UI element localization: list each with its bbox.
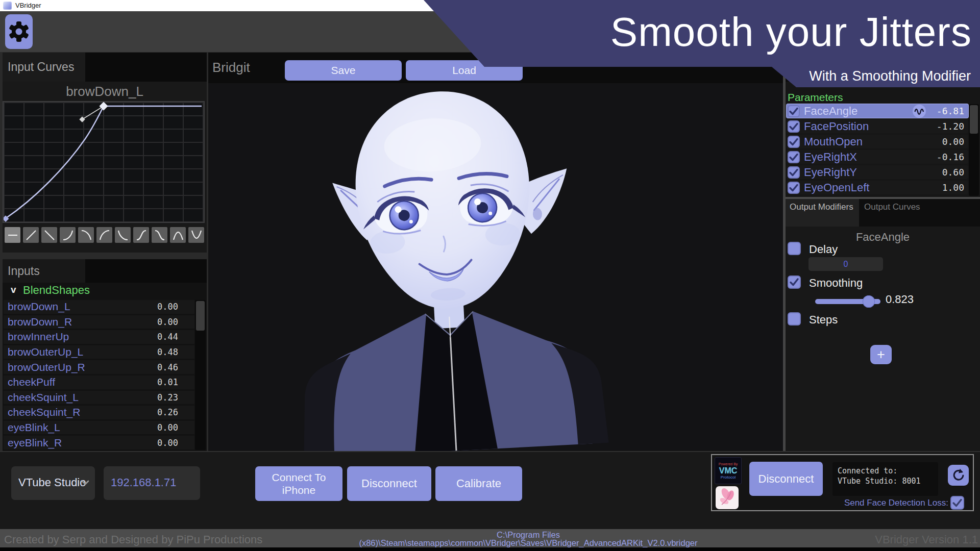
list-item[interactable]: cheekPuff0.01 — [4, 375, 194, 389]
curve-keypoint[interactable] — [100, 102, 108, 110]
send-face-detection-loss-checkbox[interactable] — [950, 496, 964, 510]
blendshape-value: 0.00 — [157, 317, 194, 327]
curve-title: browDown_L — [3, 82, 207, 102]
blendshapes-list: browDown_L0.00 browDown_R0.00 browInnerU… — [4, 300, 194, 451]
parameter-row-faceposition[interactable]: FacePosition -1.20 — [787, 119, 968, 133]
curve-type-ease-in-down-button[interactable] — [78, 227, 94, 243]
smoothing-slider-knob[interactable] — [863, 295, 875, 308]
smoothing-value: 0.823 — [886, 293, 914, 306]
list-item[interactable]: browOuterUp_R0.46 — [4, 360, 194, 374]
blendshape-name: browOuterUp_R — [4, 361, 157, 374]
curve-editor[interactable] — [4, 102, 204, 222]
collapse-arrow-icon[interactable]: v — [11, 284, 16, 295]
parameter-row-eyerighty[interactable]: EyeRightY 0.60 — [787, 165, 968, 179]
vtube-studio-icon[interactable] — [716, 486, 739, 509]
curve-type-ease-in-up-button[interactable] — [60, 227, 76, 243]
list-item[interactable]: eyeBlink_R0.00 — [4, 436, 194, 449]
status-line2: VTube Studio: 8001 — [838, 476, 933, 486]
curve-type-ease-out-down-button[interactable] — [115, 227, 131, 243]
checkbox-checked[interactable] — [788, 105, 800, 117]
checkbox-checked[interactable] — [788, 120, 800, 133]
save-path-line2: (x86)\Steam\steamapps\common\VBridger\Sa… — [276, 539, 781, 547]
parameter-value: -6.81 — [928, 106, 964, 116]
blendshape-value: 0.00 — [157, 422, 194, 433]
settings-button[interactable] — [5, 14, 33, 49]
curve-type-bell-button[interactable] — [170, 227, 186, 243]
model-name: Bridgit — [212, 53, 250, 82]
list-item[interactable]: browDown_R0.00 — [4, 315, 194, 329]
checkbox-checked[interactable] — [788, 151, 800, 163]
curve-type-linear-down-button[interactable] — [41, 227, 57, 243]
curve-type-s-down-button[interactable] — [152, 227, 167, 243]
parameter-name: FaceAngle — [804, 105, 913, 118]
target-select[interactable]: VTube Studio — [11, 466, 95, 500]
parameter-row-faceangle[interactable]: FaceAngle -6.81 — [787, 104, 968, 118]
vmc-bottom-text: Protocol — [721, 475, 736, 480]
save-path-line1: C:\Program Files — [276, 531, 781, 539]
list-item[interactable]: eyeBlink_L0.00 — [4, 421, 194, 435]
curve-handle[interactable] — [79, 116, 85, 122]
list-item[interactable]: cheekSquint_R0.26 — [4, 406, 194, 419]
steps-checkbox-unchecked[interactable] — [788, 312, 801, 325]
parameter-name: EyeOpenLeft — [804, 181, 928, 194]
checkbox-checked[interactable] — [788, 166, 800, 179]
tab-output-curves[interactable]: Output Curves — [859, 199, 925, 227]
smoothing-checkbox-checked[interactable] — [788, 276, 801, 289]
blendshapes-group-header[interactable]: v BlendShapes — [3, 283, 207, 299]
output-tabs: Output Modifiers Output Curves — [786, 199, 980, 227]
curve-type-s-up-button[interactable] — [133, 227, 149, 243]
blendshape-value: 0.48 — [157, 347, 194, 357]
add-modifier-button[interactable]: + — [870, 345, 892, 364]
parameters-scrollbar[interactable] — [969, 104, 979, 196]
curve-type-ease-out-up-button[interactable] — [96, 227, 112, 243]
list-item[interactable]: browInnerUp0.44 — [4, 330, 194, 344]
curve-type-flat-button[interactable] — [5, 227, 20, 243]
list-item[interactable]: cheekSquint_L0.23 — [4, 391, 194, 405]
model-viewport[interactable] — [208, 83, 784, 451]
inputs-scrollbar[interactable] — [195, 300, 206, 450]
save-button[interactable]: Save — [285, 60, 402, 81]
blendshape-name: browDown_L — [4, 300, 157, 313]
wave-icon[interactable] — [913, 105, 926, 118]
delay-input[interactable]: 0 — [808, 257, 883, 271]
connection-status: Connected to: VTube Studio: 8001 — [832, 462, 938, 496]
parameter-row-eyeopenleft[interactable]: EyeOpenLeft 1.00 — [787, 181, 968, 194]
connection-bar: VTube Studio 192.168.1.71 Connect To iPh… — [0, 451, 980, 529]
blendshape-name: cheekSquint_L — [4, 391, 157, 404]
parameter-row-eyerightx[interactable]: EyeRightX -0.16 — [787, 150, 968, 164]
vts-disconnect-button[interactable]: Disconnect — [749, 462, 823, 496]
parameter-name: MouthOpen — [804, 135, 928, 148]
curve-type-buttons — [5, 227, 204, 243]
tab-input-curves[interactable]: Input Curves — [3, 53, 85, 82]
blendshape-value: 0.46 — [157, 362, 194, 372]
parameters-title: Parameters — [788, 91, 843, 104]
app-icon — [3, 2, 12, 10]
curve-type-linear-up-button[interactable] — [23, 227, 39, 243]
blendshape-value: 0.00 — [157, 438, 194, 448]
connect-to-iphone-button[interactable]: Connect To iPhone — [255, 466, 342, 501]
inputs-scrollbar-thumb[interactable] — [196, 301, 205, 331]
calibrate-button[interactable]: Calibrate — [435, 466, 522, 501]
tab-output-modifiers[interactable]: Output Modifiers — [786, 199, 859, 227]
send-face-detection-loss-label: Send Face Detection Loss: — [844, 498, 948, 508]
status-footer: Created by Serp and Designed by PiPu Pro… — [0, 529, 980, 547]
delay-checkbox-unchecked[interactable] — [788, 242, 801, 255]
disconnect-button[interactable]: Disconnect — [347, 466, 431, 501]
vmc-protocol-icon[interactable]: Powered By VMC Protocol — [715, 457, 742, 484]
input-curves-tabbar: Input Curves — [3, 53, 207, 82]
tab-inputs[interactable]: Inputs — [3, 259, 85, 283]
parameters-scrollbar-thumb[interactable] — [970, 105, 978, 134]
list-item[interactable]: browOuterUp_L0.48 — [4, 345, 194, 359]
parameter-value: 0.00 — [928, 136, 964, 147]
group-name: BlendShapes — [23, 284, 90, 297]
list-item[interactable]: browDown_L0.00 — [4, 300, 194, 314]
refresh-button[interactable] — [948, 465, 969, 486]
curve-type-valley-button[interactable] — [188, 227, 204, 243]
ip-address-input[interactable]: 192.168.1.71 — [104, 466, 200, 500]
gear-icon — [5, 18, 33, 45]
parameter-row-mouthopen[interactable]: MouthOpen 0.00 — [787, 135, 968, 148]
blendshape-name: cheekSquint_R — [4, 406, 157, 419]
blendshape-name: cheekPuff — [4, 375, 157, 389]
checkbox-checked[interactable] — [788, 182, 800, 194]
checkbox-checked[interactable] — [788, 136, 800, 148]
